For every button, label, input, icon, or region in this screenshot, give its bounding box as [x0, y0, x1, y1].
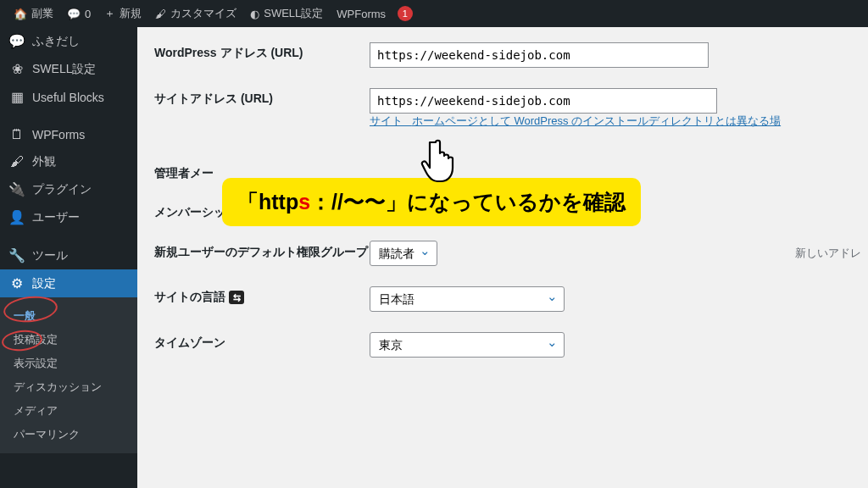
- pointer-hand-icon: [420, 137, 459, 188]
- sidebar-item-5[interactable]: 🔌プラグイン: [0, 175, 137, 203]
- sidebar-item-label: Useful Blocks: [32, 91, 104, 104]
- label-site-language: サイトの言語⇆: [154, 286, 370, 305]
- sidebar-item-label: ふきだし: [32, 34, 80, 49]
- home-icon: 🏠: [14, 8, 27, 20]
- topbar-site[interactable]: 🏠副業: [7, 0, 60, 27]
- sidebar-item-icon: ▦: [8, 89, 25, 105]
- sidebar-item-3[interactable]: 🗒WPForms: [0, 121, 137, 148]
- sidebar-item-label: 設定: [32, 276, 56, 291]
- topbar-customize[interactable]: 🖌カスタマイズ: [148, 0, 243, 27]
- label-new-user-role: 新規ユーザーのデフォルト権限グループ: [154, 241, 370, 261]
- site-language-select[interactable]: 日本語: [370, 286, 565, 312]
- submenu-item-2[interactable]: 表示設定: [0, 352, 137, 375]
- row-new-user-role: 新規ユーザーのデフォルト権限グループ 購読者: [154, 241, 851, 266]
- sidebar-item-icon: 🖌: [8, 154, 25, 169]
- sidebar-item-label: WPForms: [32, 128, 85, 141]
- topbar-customize-label: カスタマイズ: [170, 6, 236, 21]
- admin-sidebar: 💬ふきだし❀SWELL設定▦Useful Blocks🗒WPForms🖌外観🔌プ…: [0, 27, 137, 488]
- site-url-help-link[interactable]: サイト ホームページとして WordPress のインストールディレクトリとは異…: [370, 114, 781, 127]
- sidebar-item-4[interactable]: 🖌外観: [0, 148, 137, 175]
- sidebar-item-label: SWELL設定: [32, 62, 96, 77]
- sidebar-item-icon: 🗒: [8, 127, 25, 142]
- submenu-item-3[interactable]: ディスカッション: [0, 375, 137, 399]
- sidebar-item-label: 外観: [32, 154, 56, 169]
- notification-badge: 1: [398, 6, 413, 21]
- topbar-swell[interactable]: ◐SWELL設定: [243, 0, 330, 27]
- sidebar-item-label: プラグイン: [32, 182, 92, 197]
- wordpress-url-input[interactable]: [370, 42, 709, 68]
- row-site-language: サイトの言語⇆ 日本語: [154, 286, 851, 312]
- sidebar-item-label: ツール: [32, 248, 68, 263]
- comment-icon: 💬: [67, 8, 81, 20]
- new-user-role-select[interactable]: 購読者: [370, 241, 437, 266]
- sidebar-item-8[interactable]: ⚙設定: [0, 269, 137, 297]
- submenu-item-5[interactable]: パーマリンク: [0, 423, 137, 446]
- row-wordpress-url: WordPress アドレス (URL): [154, 42, 851, 68]
- sidebar-item-icon: ⚙: [8, 275, 25, 291]
- sidebar-item-7[interactable]: 🔧ツール: [0, 241, 137, 269]
- admin-topbar: 🏠副業 💬0 ＋新規 🖌カスタマイズ ◐SWELL設定 WPForms 1: [0, 0, 868, 27]
- swell-icon: ◐: [250, 8, 259, 20]
- settings-submenu: 一般投稿設定表示設定ディスカッションメディアパーマリンク: [0, 297, 137, 453]
- settings-general-panel: WordPress アドレス (URL) サイトアドレス (URL) サイト ホ…: [137, 27, 868, 488]
- topbar-swell-label: SWELL設定: [264, 6, 323, 21]
- topbar-comments-count: 0: [85, 8, 91, 20]
- plus-icon: ＋: [104, 6, 115, 21]
- brush-icon: 🖌: [155, 8, 166, 20]
- sidebar-item-icon: 💬: [8, 33, 25, 49]
- topbar-wpforms-label: WPForms: [337, 8, 386, 20]
- sidebar-item-icon: 👤: [8, 209, 25, 225]
- topbar-wpforms[interactable]: WPForms 1: [330, 0, 419, 27]
- topbar-new-label: 新規: [120, 6, 142, 21]
- label-site-url: サイトアドレス (URL): [154, 88, 370, 107]
- submenu-item-4[interactable]: メディア: [0, 399, 137, 423]
- site-url-input[interactable]: [370, 88, 717, 114]
- sidebar-item-1[interactable]: ❀SWELL設定: [0, 55, 137, 83]
- row-site-url: サイトアドレス (URL) サイト ホームページとして WordPress のイ…: [154, 88, 851, 129]
- label-timezone: タイムゾーン: [154, 332, 370, 351]
- translate-icon: ⇆: [229, 291, 244, 304]
- submenu-item-1[interactable]: 投稿設定: [0, 328, 137, 352]
- sidebar-item-0[interactable]: 💬ふきだし: [0, 27, 137, 55]
- submenu-item-0[interactable]: 一般: [0, 304, 137, 328]
- topbar-comments[interactable]: 💬0: [60, 0, 97, 27]
- timezone-select[interactable]: 東京: [370, 332, 565, 358]
- row-timezone: タイムゾーン 東京: [154, 332, 851, 358]
- topbar-site-label: 副業: [31, 6, 53, 21]
- sidebar-item-icon: ❀: [8, 61, 25, 77]
- admin-email-hint: 新しいアドレ: [795, 246, 861, 261]
- label-wordpress-url: WordPress アドレス (URL): [154, 42, 370, 61]
- sidebar-item-label: ユーザー: [32, 210, 80, 225]
- sidebar-item-2[interactable]: ▦Useful Blocks: [0, 83, 137, 111]
- sidebar-item-icon: 🔌: [8, 181, 25, 197]
- topbar-new[interactable]: ＋新規: [97, 0, 148, 27]
- sidebar-item-icon: 🔧: [8, 247, 25, 263]
- sidebar-item-6[interactable]: 👤ユーザー: [0, 203, 137, 231]
